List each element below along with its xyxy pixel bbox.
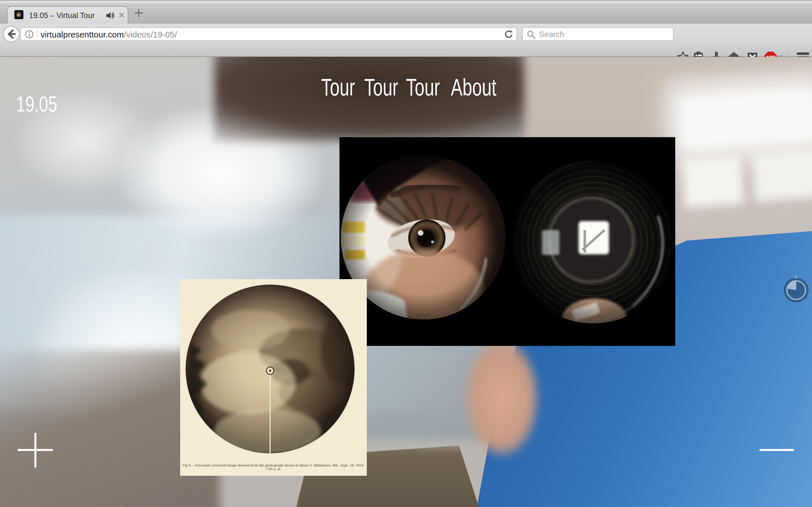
search-input[interactable]	[539, 29, 669, 40]
historic-sky-figure[interactable]: Fig 6.—Full-sized corrected image derive…	[180, 279, 367, 476]
back-button[interactable]	[3, 26, 19, 42]
page-info-icon[interactable]	[25, 30, 34, 40]
url-address-field[interactable]: virtualpresenttour.com/videos/19-05/	[20, 27, 517, 41]
tab-active[interactable]: 19.05 – Virtual Tour ✕	[7, 6, 128, 24]
background-pink-object	[465, 339, 539, 457]
search-icon	[527, 30, 536, 40]
tab-close-icon[interactable]: ✕	[118, 11, 125, 19]
reload-icon[interactable]	[504, 30, 514, 41]
tab-bar: 19.05 – Virtual Tour ✕	[0, 0, 812, 24]
fisheye-video-still[interactable]	[340, 137, 675, 346]
url-separator	[37, 29, 37, 39]
tab-title: 19.05 – Virtual Tour	[29, 11, 97, 20]
url-text: virtualpresenttour.com/videos/19-05/	[41, 30, 177, 40]
nav-link-tour-3[interactable]: Tour	[406, 73, 440, 101]
browser-chrome: 19.05 – Virtual Tour ✕	[0, 0, 812, 57]
site-nav: Tour Tour Tour About	[0, 73, 812, 101]
virtual-tour-viewport[interactable]: Fig 6.—Full-sized corrected image derive…	[0, 57, 812, 507]
new-tab-button[interactable]	[134, 8, 144, 18]
page-title: 19.05	[16, 91, 57, 117]
tab-audio-speaker-icon[interactable]	[106, 11, 116, 21]
navigation-toolbar: virtualpresenttour.com/videos/19-05/	[0, 24, 812, 57]
url-path: /videos/19-05/	[124, 30, 177, 39]
site-favicon-icon	[14, 10, 23, 19]
figure-caption: Fig 6.—Full-sized corrected image derive…	[180, 464, 367, 471]
search-box[interactable]	[522, 27, 673, 41]
nav-link-about[interactable]: About	[451, 73, 497, 101]
nav-link-tour-2[interactable]: Tour	[364, 73, 398, 101]
compass-dial[interactable]	[783, 274, 810, 304]
nav-link-tour-1[interactable]: Tour	[321, 73, 355, 101]
url-domain: virtualpresenttour.com	[41, 30, 124, 39]
